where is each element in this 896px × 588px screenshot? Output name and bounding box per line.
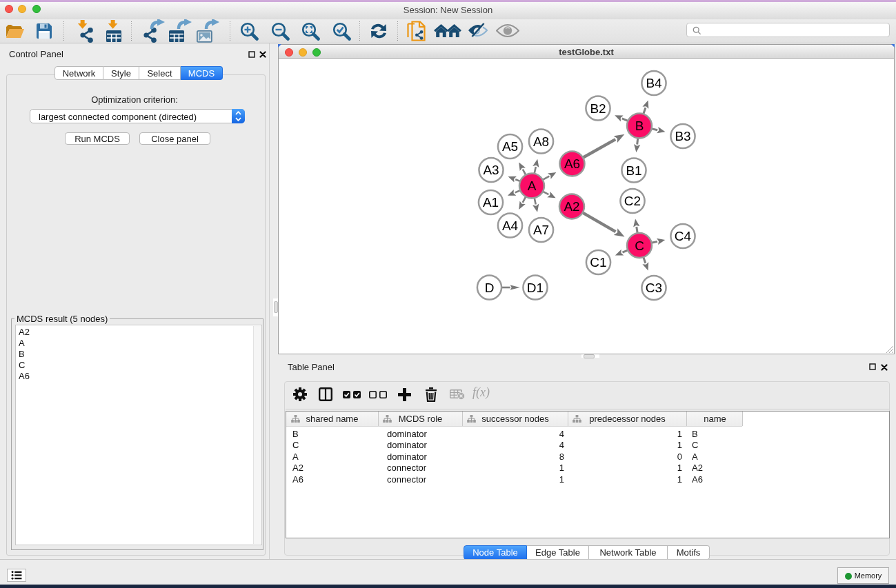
svg-text:B: B (635, 119, 644, 133)
svg-text:B3: B3 (675, 129, 690, 143)
svg-text:A8: A8 (533, 134, 549, 149)
svg-text:A7: A7 (533, 223, 549, 237)
svg-text:C3: C3 (646, 281, 662, 295)
svg-text:C4: C4 (675, 229, 692, 243)
svg-text:A6: A6 (564, 156, 580, 171)
svg-text:B4: B4 (646, 76, 662, 90)
svg-text:A1: A1 (483, 195, 499, 210)
svg-text:A3: A3 (483, 163, 499, 177)
svg-text:A: A (528, 179, 537, 193)
svg-text:C2: C2 (624, 194, 641, 208)
svg-text:D1: D1 (527, 281, 544, 295)
svg-text:C1: C1 (590, 255, 606, 270)
svg-text:B2: B2 (590, 101, 606, 116)
svg-text:A4: A4 (502, 219, 519, 233)
svg-text:B1: B1 (626, 163, 641, 178)
svg-text:A5: A5 (502, 139, 518, 154)
svg-text:C: C (635, 239, 644, 253)
svg-text:A2: A2 (564, 199, 579, 214)
svg-text:D: D (485, 281, 495, 295)
